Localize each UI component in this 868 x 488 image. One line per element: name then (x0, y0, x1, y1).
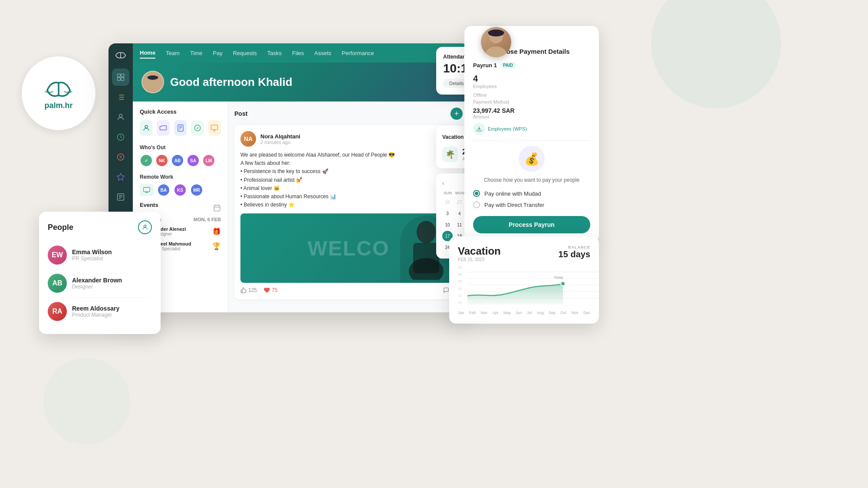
calendar-icon (213, 204, 221, 212)
remote-avatar-2[interactable]: KS (174, 183, 187, 197)
qa-people-icon[interactable] (140, 120, 152, 136)
person-item-1[interactable]: EW Emma Wilson PR Specialist (48, 241, 152, 269)
app-window: Home Team Time Pay Requests Tasks Files … (108, 43, 469, 312)
sidebar-icon-people[interactable] (112, 108, 129, 126)
sidebar-logo-icon (114, 50, 127, 60)
person-avatar-2: AB (48, 274, 67, 293)
qa-folder-icon[interactable] (157, 120, 169, 136)
remote-avatar-1[interactable]: BA (157, 183, 170, 197)
top-nav: Home Team Time Pay Requests Tasks Files … (133, 43, 469, 62)
qa-check-icon[interactable] (191, 120, 204, 136)
y-label-25: 25 (458, 279, 467, 283)
nav-item-files[interactable]: Files (292, 48, 304, 58)
whos-out-avatar-4[interactable]: LM (202, 154, 215, 167)
vacation-chart-balance: BALANCE 15 days (559, 245, 590, 259)
pay-option-mudad-label: Pay online with Mudad (484, 190, 541, 197)
nav-item-assets[interactable]: Assets (314, 48, 331, 58)
cal-day-4[interactable]: 4 (454, 208, 465, 219)
qa-monitor-icon[interactable] (208, 120, 221, 136)
remote-work-title: Remote Work (140, 174, 221, 180)
vacation-title: Vacation (442, 134, 464, 140)
likes-count: 125 (248, 287, 257, 293)
nav-item-pay[interactable]: Pay (213, 48, 222, 58)
sidebar-icon-time[interactable] (112, 128, 129, 146)
svg-point-21 (145, 125, 148, 128)
pay-option-2[interactable]: Pay with Direct Transfer (473, 201, 590, 208)
post-author-avatar: NA (240, 131, 256, 147)
svg-rect-27 (211, 125, 218, 130)
sidebar-icon-list[interactable] (112, 88, 129, 106)
divider (473, 140, 590, 141)
whos-out-status-icon: ✓ (140, 154, 153, 167)
nav-item-team[interactable]: Team (166, 48, 180, 58)
employees-wps-label: Employees (WPS) (488, 126, 527, 131)
post-image: WELCO (240, 213, 457, 283)
people-title: People (48, 223, 73, 232)
svg-rect-3 (121, 78, 124, 81)
cal-day-26-prev[interactable]: 26 (442, 197, 453, 207)
cal-day-3[interactable]: 3 (442, 208, 453, 219)
post-hearts[interactable]: 75 (264, 287, 277, 293)
post-add-button[interactable]: + (450, 108, 463, 120)
person-info-2: Alexander Brown Designer (72, 277, 122, 290)
event-name-2: Aseel Mahmoud (155, 241, 209, 246)
offline-row: Offline Payment Method (473, 92, 590, 105)
whos-out-avatar-1[interactable]: NK (155, 154, 168, 167)
sidebar-icon-pay[interactable] (112, 148, 129, 166)
hero-greeting: Good afternoon Khalid (170, 75, 293, 89)
whos-out-avatar-2[interactable]: AB (171, 154, 184, 167)
quick-access-title: Quick Access (140, 108, 221, 115)
quick-access-icons (140, 120, 221, 136)
nav-item-tasks[interactable]: Tasks (267, 48, 282, 58)
month-oct: Oct (560, 311, 566, 315)
amount-label: Amount (473, 114, 590, 119)
qa-doc-icon[interactable] (174, 120, 187, 136)
nav-item-home[interactable]: Home (140, 48, 155, 59)
sidebar-icon-star[interactable] (112, 168, 129, 186)
svg-text:Today: Today (554, 275, 563, 279)
person-item-3[interactable]: RA Reem Aldossary Product Manager (48, 298, 152, 325)
person-avatar-1: EW (48, 246, 67, 265)
cal-day-11[interactable]: 11 (454, 219, 465, 230)
person-name-2: Alexander Brown (72, 277, 122, 284)
whos-out-title: Who's Out (140, 144, 221, 151)
hero-banner: Good afternoon Khalid (133, 62, 469, 102)
process-payrun-button[interactable]: Process Payrun (473, 216, 590, 233)
vacation-chart-labels: Jan Feb Mar Apr May Jun Jul Aug Sep Oct … (458, 311, 590, 315)
remote-avatar-3[interactable]: MR (190, 183, 203, 197)
chart-y-labels: 35 30 25 20 15 10 (458, 265, 467, 305)
svg-rect-0 (118, 74, 121, 77)
month-jun: Jun (516, 311, 522, 315)
person-info-3: Reem Aldossary Product Manager (72, 305, 119, 318)
person-name-3: Reem Aldossary (72, 305, 119, 312)
payment-method-icon: 💰 (519, 146, 545, 172)
post-text: We are pleased to welcome Alaa Alshareef… (240, 151, 457, 209)
person-avatar-3: RA (48, 302, 67, 321)
pay-option-1[interactable]: Pay online with Mudad (473, 190, 590, 197)
post-author-row: NA Nora Alqahtani 2 minutes ago ••• (240, 131, 457, 147)
svg-rect-39 (413, 243, 439, 273)
event-info-2: Aseel Mahmoud PR Specialist (155, 241, 209, 251)
calendar-prev-button[interactable]: ‹ (442, 180, 444, 187)
sidebar-logo (114, 50, 127, 62)
post-actions: 125 75 45 (240, 287, 457, 293)
svg-point-10 (119, 114, 122, 117)
cal-day-10[interactable]: 10 (442, 219, 453, 230)
pay-radio-transfer[interactable] (473, 201, 480, 208)
post-likes[interactable]: 125 (240, 287, 257, 293)
sidebar-icon-reports[interactable] (112, 188, 129, 206)
svg-point-44 (144, 225, 146, 227)
svg-marker-13 (117, 174, 125, 180)
whos-out-avatar-3[interactable]: SA (187, 154, 200, 167)
vacation-chart-area: 35 30 25 20 15 10 (458, 265, 590, 309)
pay-radio-mudad[interactable] (473, 190, 480, 197)
welcome-overlay-text: WELCO (308, 236, 390, 260)
sidebar-icon-dashboard[interactable] (112, 69, 129, 86)
nav-item-time[interactable]: Time (190, 48, 202, 58)
nav-item-requests[interactable]: Requests (233, 48, 257, 58)
upcoming-date: MON, 6 FEB (194, 217, 221, 222)
cal-day-27-prev[interactable]: 27 (454, 197, 465, 207)
person-item-2[interactable]: AB Alexander Brown Designer (48, 269, 152, 298)
comment-icon (443, 287, 449, 293)
nav-item-performance[interactable]: Performance (342, 48, 374, 58)
